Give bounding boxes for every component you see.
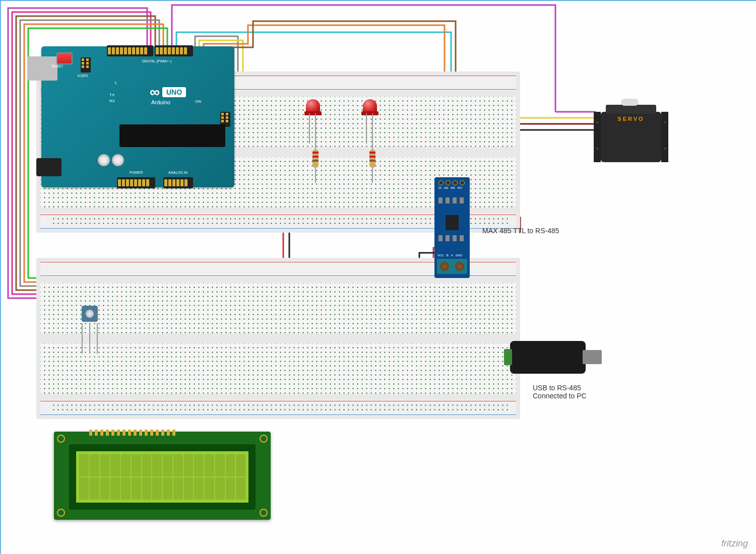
led-1: [306, 99, 320, 113]
fritzing-watermark: fritzing: [721, 538, 748, 549]
lcd-screen: [76, 451, 248, 503]
led-2: [363, 99, 377, 113]
arduino-usb-port: [27, 56, 57, 81]
arduino-reset-button[interactable]: [56, 52, 73, 64]
reset-label: RESET: [51, 64, 63, 68]
circuit-diagram: .breadboard::before, .breadboard::after …: [1, 1, 756, 554]
arduino-logo: ∞ UNO: [150, 84, 186, 100]
servo-motor: SERVO: [601, 112, 661, 162]
max485-module: DI DE RE RO VCC B A GND: [434, 177, 470, 278]
digital-pwm-label: DIGITAL (PWM=~): [142, 59, 171, 63]
arduino-power-jack: [36, 158, 61, 176]
lcd-16x2: [54, 432, 271, 520]
breadboard-bottom: [36, 258, 520, 419]
arduino-uno: RESET DIGITAL (PWM=~) ICSP2 ∞ UNO Arduin…: [41, 46, 234, 187]
max485-label: MAX 485 TTL to RS-485: [482, 227, 559, 235]
resistor-1: [312, 150, 319, 168]
potentiometer[interactable]: [82, 306, 98, 322]
usb485-label: USB to RS-485 Connected to PC: [533, 384, 587, 400]
resistor-2: [369, 150, 375, 168]
icsp-header: [81, 57, 91, 73]
arduino-atmega-chip: [119, 124, 225, 147]
usb-to-rs485: [510, 341, 586, 374]
